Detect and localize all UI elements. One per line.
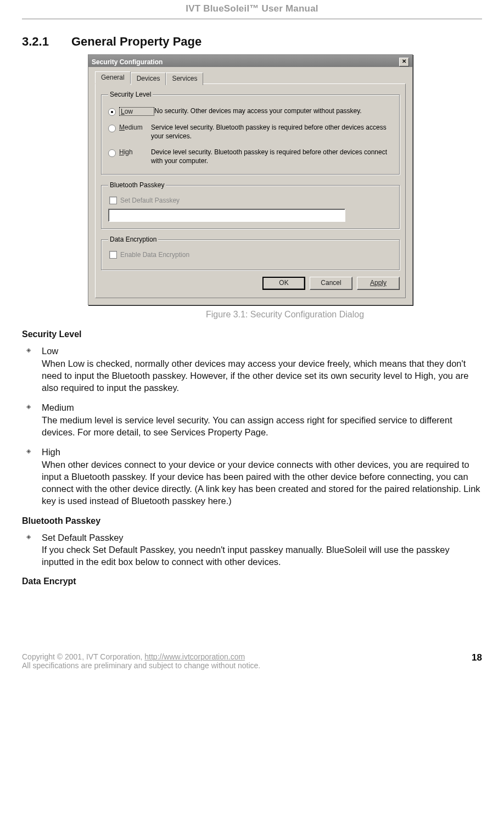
list-item: Set Default Passkey If you check Set Def… [22,532,482,568]
radio-medium-label[interactable]: Medium [119,124,151,131]
radio-low-desc: No security. Other devices may access yo… [154,107,394,116]
group-data-encryption: Data Encryption Enable Data Encryption [101,236,400,270]
header-rule [22,19,482,19]
group-security-legend: Security Level [108,91,153,98]
dialog-title: Security Configuration [92,58,163,66]
tab-pane-general: Security Level Low No security. Other de… [95,83,406,298]
section-heading: 3.2.1General Property Page [22,35,482,49]
apply-button[interactable]: Apply [357,277,400,290]
group-passkey-legend: Bluetooth Passkey [108,181,166,189]
list-item: High When other devices connect to your … [22,446,482,507]
radio-high-label[interactable]: High [119,148,151,156]
radio-medium[interactable] [108,125,116,132]
page-number: 18 [472,652,482,663]
heading-security-level: Security Level [22,329,482,339]
radio-low-label[interactable]: Low [119,107,154,116]
close-icon[interactable]: ✕ [399,58,409,66]
cancel-button[interactable]: Cancel [310,277,352,290]
checkbox-passkey-label: Set Default Passkey [120,197,180,204]
radio-high[interactable] [108,149,116,157]
list-item: Medium The medium level is service level… [22,401,482,438]
tab-strip: General Devices Services [95,71,406,84]
dialog-titlebar[interactable]: Security Configuration ✕ [88,55,412,67]
checkbox-set-default-passkey[interactable] [109,197,117,204]
ok-button[interactable]: OK [262,277,305,290]
group-bluetooth-passkey: Bluetooth Passkey Set Default Passkey [101,181,400,229]
footer-link[interactable]: http://www.ivtcorporation.com [144,652,245,661]
checkbox-enable-encryption[interactable] [109,251,117,259]
tab-general[interactable]: General [95,71,131,84]
group-encrypt-legend: Data Encryption [108,236,158,243]
heading-data-encrypt: Data Encrypt [22,577,482,586]
radio-medium-desc: Service level security. Bluetooth passke… [151,124,394,141]
passkey-input[interactable] [108,209,345,222]
security-config-dialog: Security Configuration ✕ General Devices… [88,54,413,305]
radio-high-desc: Device level security. Bluetooth passkey… [151,148,394,165]
page-header: IVT BlueSoleil™ User Manual [22,0,482,19]
heading-bluetooth-passkey: Bluetooth Passkey [22,516,482,526]
radio-low[interactable] [108,108,116,116]
tab-devices[interactable]: Devices [131,72,166,85]
tab-services[interactable]: Services [166,72,203,85]
list-item: Low When Low is checked, normally other … [22,345,482,394]
figure-caption: Figure 3.1: Security Configuration Dialo… [88,310,482,320]
page-footer: Copyright © 2001, IVT Corporation, http:… [22,652,482,670]
group-security-level: Security Level Low No security. Other de… [101,91,400,175]
checkbox-encrypt-label: Enable Data Encryption [120,251,189,259]
